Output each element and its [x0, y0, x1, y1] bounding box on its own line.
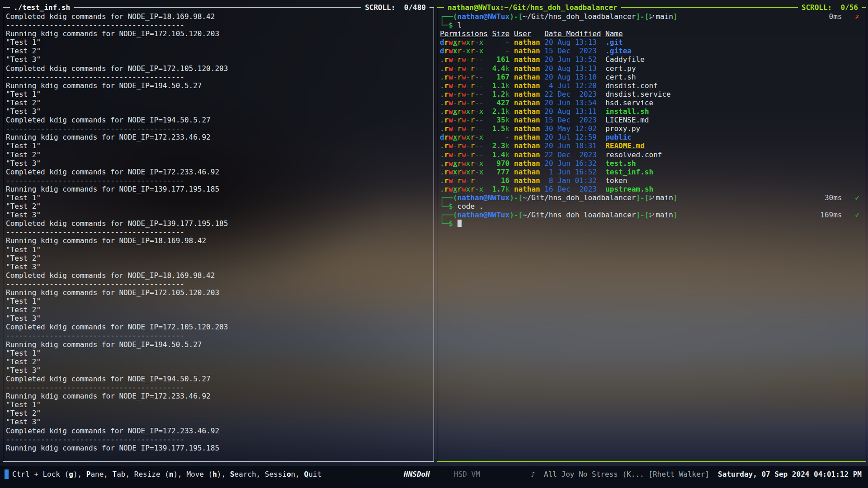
- permission-bit: r: [458, 81, 462, 90]
- permission-bit: w: [448, 133, 453, 141]
- permission-bit: r: [470, 176, 475, 185]
- text-span: [601, 55, 606, 64]
- permission-bit: r: [444, 47, 449, 55]
- terminal-line: ----------------------------------------…: [6, 21, 433, 29]
- file-owner: nathan: [514, 168, 540, 176]
- permission-bit: w: [462, 81, 466, 90]
- file-name: cert.py: [605, 64, 636, 73]
- permission-bit: -: [453, 150, 458, 159]
- permission-bit: x: [479, 185, 484, 193]
- permission-bit: -: [462, 47, 466, 55]
- text-span: [540, 81, 545, 90]
- permission-bit: r: [470, 99, 475, 107]
- permission-bit: w: [462, 73, 466, 81]
- permission-bit: w: [462, 107, 466, 116]
- keybind-text: Sessi: [265, 470, 287, 479]
- text-span: k: [505, 90, 510, 99]
- text-span: [483, 90, 488, 99]
- text-span: [540, 159, 545, 168]
- file-date: 4 Jul 12:20: [544, 81, 601, 90]
- prompt-path: ~/Git/hns_doh_loadbalancer: [523, 12, 636, 21]
- text-span: [488, 73, 496, 81]
- file-name: resolved.conf: [605, 150, 662, 159]
- text-span: ]-[: [636, 211, 649, 219]
- keybind-text: ),: [73, 470, 86, 479]
- permission-bit: w: [448, 141, 453, 150]
- text-span: [488, 107, 492, 116]
- git-branch-icon: [649, 211, 656, 219]
- mode-indicator-block: [5, 469, 9, 479]
- permission-bit: r: [470, 159, 475, 168]
- terminal-line: Completed kdig commands for NODE_IP=172.…: [6, 323, 433, 331]
- permission-bit: w: [462, 141, 466, 150]
- text-span: [509, 168, 514, 176]
- permission-bit: w: [462, 133, 466, 141]
- permission-bit: w: [448, 47, 453, 55]
- text-span: [540, 185, 545, 193]
- text-span: [483, 124, 488, 133]
- file-name: hsd.service: [605, 99, 653, 107]
- text-span: [488, 29, 492, 38]
- terminal-line: "Test 2": [6, 357, 433, 366]
- permission-bit: r: [458, 150, 462, 159]
- permission-bit: -: [453, 55, 458, 64]
- permission-bit: d: [440, 133, 444, 141]
- text-span: [509, 47, 514, 55]
- permission-bit: .: [440, 141, 444, 150]
- text-span: [540, 47, 545, 55]
- listing-row: drwxrwxr-x - nathan 20 Jul 12:59 public: [440, 133, 865, 141]
- listing-row: drwxrwxr-x - nathan 20 Aug 13:13 .git: [440, 38, 865, 47]
- git-branch-name: main: [656, 12, 673, 21]
- permission-bit: .: [440, 90, 444, 99]
- text-span: ]-[: [636, 193, 649, 202]
- permission-bit: w: [462, 185, 466, 193]
- keybind-key: g: [69, 470, 73, 479]
- permission-bit: -: [475, 150, 479, 159]
- file-size: -: [505, 133, 510, 141]
- terminal-line: "Test 1": [6, 349, 433, 357]
- permission-bit: -: [475, 64, 479, 73]
- text-span: [483, 159, 488, 168]
- permission-bit: r: [470, 81, 475, 90]
- text-span: [509, 133, 514, 141]
- permission-bit: .: [440, 81, 444, 90]
- permission-bit: w: [448, 176, 453, 185]
- permission-bit: d: [440, 47, 444, 55]
- permission-bit: r: [444, 176, 449, 185]
- text-cursor: [458, 220, 462, 227]
- left-pane-lines: Completed kdig commands for NODE_IP=18.1…: [6, 12, 433, 460]
- terminal-line: "Test 3": [6, 418, 433, 426]
- right-pane-title: nathan@NWTux:~/Git/hns_doh_loadbalancer: [444, 3, 621, 12]
- file-size: 970: [496, 159, 509, 168]
- permission-bit: -: [475, 73, 479, 81]
- text-span: [483, 116, 488, 124]
- permission-bit: w: [448, 73, 453, 81]
- status-bar-right: ♪ All Joy No Stress (K... [Rhett Walker]…: [531, 470, 862, 479]
- tab-name[interactable]: HSD VM: [454, 470, 480, 479]
- left-terminal-pane[interactable]: ./test_inf.sh SCROLL: 0/480 Completed kd…: [3, 8, 434, 462]
- text-span: Size: [492, 29, 510, 38]
- text-span: [509, 107, 514, 116]
- terminal-line: Running kdig commands for NODE_IP=172.23…: [6, 392, 433, 400]
- permission-bit: r: [458, 47, 462, 55]
- permission-bit: .: [440, 99, 444, 107]
- terminal-line: Completed kdig commands for NODE_IP=172.…: [6, 168, 433, 176]
- text-span: [509, 176, 514, 185]
- terminal-line: "Test 1": [6, 297, 433, 305]
- text-span: └─$: [440, 202, 458, 211]
- border-segment: [429, 7, 434, 8]
- terminal-line: Completed kdig commands for NODE_IP=194.…: [6, 375, 433, 383]
- file-size: -: [505, 38, 510, 47]
- file-size: 777: [496, 168, 509, 176]
- right-terminal-pane[interactable]: nathan@NWTux:~/Git/hns_doh_loadbalancer …: [437, 8, 866, 462]
- permission-bit: .: [440, 124, 444, 133]
- terminal-line: Running kdig commands for NODE_IP=139.17…: [6, 444, 433, 452]
- prompt-line: ┌──(nathan@NWTux)-[~/Git/hns_doh_loadbal…: [440, 211, 865, 219]
- permission-bit: x: [453, 133, 458, 141]
- text-span: [488, 168, 496, 176]
- permission-bit: r: [444, 141, 449, 150]
- keybind-text: Ctrl + Lock (: [12, 470, 69, 479]
- text-span: [509, 185, 514, 193]
- file-date: 20 Jun 13:52: [544, 55, 601, 64]
- text-span: [540, 55, 545, 64]
